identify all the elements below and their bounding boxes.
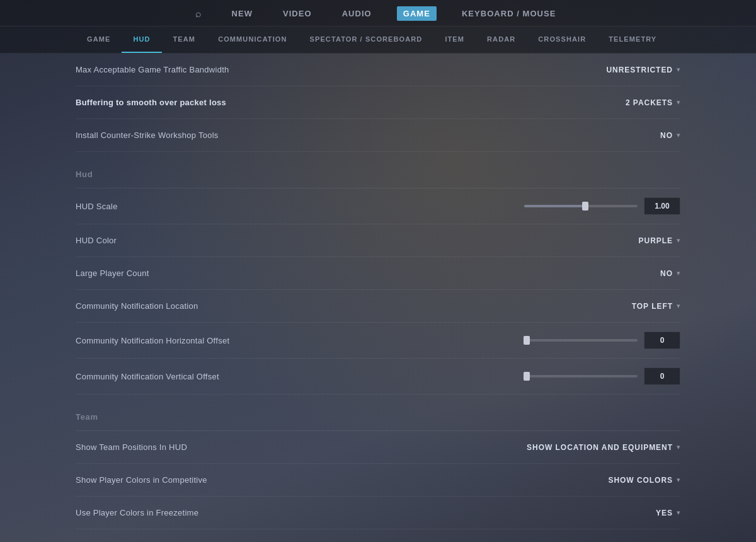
top-nav-keyboard-mouse[interactable]: KEYBOARD / MOUSE	[457, 6, 561, 21]
setting-label-notification-horizontal: Community Notification Horizontal Offset	[76, 336, 524, 345]
notification-horizontal-thumb[interactable]	[524, 336, 530, 345]
chevron-down-icon: ▾	[677, 302, 680, 310]
subnav-communication[interactable]: COMMUNICATION	[207, 26, 298, 53]
setting-control-buffering[interactable]: 2 PACKETS ▾	[554, 98, 680, 107]
dropdown-value-buffering: 2 PACKETS	[626, 98, 673, 107]
setting-hud-scale: HUD Scale	[76, 188, 680, 224]
chevron-down-icon: ▾	[677, 443, 680, 451]
dropdown-value-team-positions: SHOW LOCATION AND EQUIPMENT	[527, 443, 673, 452]
subnav-spectator-scoreboard[interactable]: SPECTATOR / SCOREBOARD	[299, 26, 434, 53]
setting-control-bandwidth[interactable]: UNRESTRICTED ▾	[554, 66, 680, 74]
setting-label-bandwidth: Max Acceptable Game Traffic Bandwidth	[76, 65, 554, 74]
setting-use-player-colors: Use Player Colors in Freezetime YES ▾	[76, 497, 680, 529]
chevron-down-icon: ▾	[677, 66, 680, 74]
setting-label-notification-location: Community Notification Location	[76, 301, 554, 311]
setting-control-notification-horizontal	[524, 332, 680, 349]
setting-control-use-player-colors[interactable]: YES ▾	[554, 509, 680, 517]
setting-control-hud-scale	[524, 197, 680, 215]
settings-area: Max Acceptable Game Traffic Bandwidth UN…	[0, 54, 756, 542]
setting-player-colors: Show Player Colors in Competitive SHOW C…	[76, 464, 680, 497]
notification-vertical-input[interactable]	[644, 367, 680, 385]
chevron-down-icon: ▾	[677, 476, 680, 484]
subnav-telemetry[interactable]: TELEMETRY	[597, 26, 668, 53]
setting-workshop: Install Counter-Strike Workshop Tools NO…	[76, 119, 680, 152]
notification-vertical-slider[interactable]	[524, 375, 638, 378]
hud-scale-slider[interactable]	[524, 205, 638, 207]
dropdown-value-workshop: NO	[660, 131, 673, 140]
setting-control-notification-location[interactable]: TOP LEFT ▾	[554, 302, 680, 311]
setting-team-positions: Show Team Positions In HUD SHOW LOCATION…	[76, 431, 680, 464]
setting-label-workshop: Install Counter-Strike Workshop Tools	[76, 130, 554, 140]
setting-control-notification-vertical	[524, 367, 680, 385]
chevron-down-icon: ▾	[677, 269, 680, 277]
chevron-down-icon: ▾	[677, 98, 680, 107]
section-label-hud: Hud	[76, 152, 680, 188]
subnav-hud[interactable]: HUD	[122, 26, 161, 53]
dropdown-value-player-colors: SHOW COLORS	[608, 476, 673, 485]
setting-label-large-player-count: Large Player Count	[76, 268, 554, 278]
notification-horizontal-input[interactable]	[644, 332, 680, 349]
hud-scale-input[interactable]	[644, 197, 680, 215]
hud-scale-thumb[interactable]	[582, 202, 588, 210]
setting-hud-color: HUD Color PURPLE ▾	[76, 224, 680, 257]
setting-label-team-positions: Show Team Positions In HUD	[76, 442, 527, 452]
setting-control-player-colors[interactable]: SHOW COLORS ▾	[554, 476, 680, 485]
hud-scale-fill	[524, 205, 585, 207]
setting-control-team-positions[interactable]: SHOW LOCATION AND EQUIPMENT ▾	[527, 443, 680, 452]
dropdown-value-bandwidth: UNRESTRICTED	[606, 66, 673, 74]
subnav-radar[interactable]: RADAR	[476, 26, 527, 53]
dropdown-value-notification-location: TOP LEFT	[632, 302, 673, 311]
setting-control-large-player-count[interactable]: NO ▾	[554, 269, 680, 278]
setting-label-hud-color: HUD Color	[76, 236, 554, 245]
chevron-down-icon: ▾	[677, 131, 680, 139]
top-nav-video[interactable]: VIDEO	[278, 6, 317, 21]
setting-label-buffering: Buffering to smooth over packet loss	[76, 98, 554, 107]
setting-label-use-player-colors: Use Player Colors in Freezetime	[76, 508, 554, 517]
dropdown-value-use-player-colors: YES	[656, 509, 673, 517]
notification-horizontal-slider[interactable]	[524, 339, 638, 342]
setting-bandwidth: Max Acceptable Game Traffic Bandwidth UN…	[76, 54, 680, 86]
subnav-game[interactable]: GAME	[76, 26, 122, 53]
setting-notification-horizontal: Community Notification Horizontal Offset	[76, 323, 680, 359]
chevron-down-icon: ▾	[677, 509, 680, 517]
setting-notification-location: Community Notification Location TOP LEFT…	[76, 290, 680, 323]
setting-buffering: Buffering to smooth over packet loss 2 P…	[76, 86, 680, 119]
setting-large-player-count: Large Player Count NO ▾	[76, 257, 680, 290]
top-navigation: ⌕ NEW VIDEO AUDIO GAME KEYBOARD / MOUSE	[0, 0, 756, 26]
dropdown-value-large-player-count: NO	[660, 269, 673, 278]
subnav-crosshair[interactable]: CROSSHAIR	[527, 26, 597, 53]
setting-control-hud-color[interactable]: PURPLE ▾	[554, 236, 680, 245]
top-nav-audio[interactable]: AUDIO	[337, 6, 377, 21]
subnav-item[interactable]: ITEM	[433, 26, 476, 53]
search-icon[interactable]: ⌕	[195, 8, 202, 20]
subnav-team[interactable]: TEAM	[162, 26, 207, 53]
notification-vertical-thumb[interactable]	[524, 372, 530, 381]
setting-label-notification-vertical: Community Notification Vertical Offset	[76, 372, 524, 381]
setting-notification-vertical: Community Notification Vertical Offset	[76, 359, 680, 395]
top-nav-new[interactable]: NEW	[227, 6, 258, 21]
chevron-down-icon: ▾	[677, 236, 680, 245]
setting-label-player-colors: Show Player Colors in Competitive	[76, 475, 554, 485]
section-label-team: Team	[76, 395, 680, 431]
setting-label-hud-scale: HUD Scale	[76, 202, 524, 211]
top-nav-game[interactable]: GAME	[397, 6, 437, 21]
setting-control-workshop[interactable]: NO ▾	[554, 131, 680, 140]
dropdown-value-hud-color: PURPLE	[639, 236, 673, 245]
sub-navigation: GAME HUD TEAM COMMUNICATION SPECTATOR / …	[0, 26, 756, 54]
